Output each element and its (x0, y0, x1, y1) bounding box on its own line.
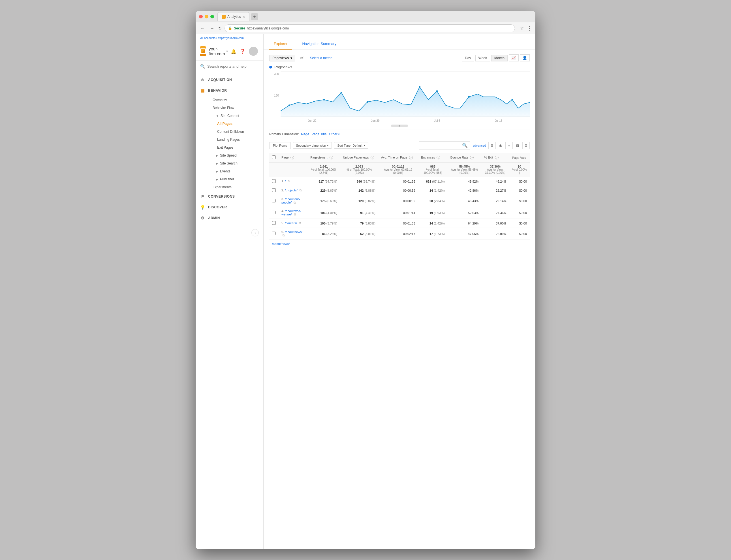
sidebar-item-overview[interactable]: Overview (208, 96, 263, 104)
row-checkbox[interactable] (272, 211, 276, 214)
row-checkbox[interactable] (272, 179, 276, 183)
row-checkbox[interactable] (272, 232, 276, 235)
row-checkbox[interactable] (272, 221, 276, 225)
plot-rows-button[interactable]: Plot Rows (269, 142, 291, 149)
pageviews-help-icon[interactable]: ? (330, 156, 333, 159)
tab-explorer[interactable]: Explorer (269, 39, 292, 50)
new-tab-button[interactable]: + (251, 13, 258, 20)
help-icon[interactable]: ❓ (240, 49, 245, 54)
custom-view-button[interactable]: ⊠ (522, 142, 530, 149)
entrances-help-icon[interactable]: ? (437, 156, 440, 159)
dimension-other[interactable]: Other ▾ (329, 132, 340, 136)
sidebar-item-content-drilldown[interactable]: Content Drilldown (208, 128, 263, 136)
sidebar-item-exit-pages[interactable]: Exit Pages (208, 144, 263, 151)
dimension-page[interactable]: Page (301, 132, 309, 136)
sidebar-collapse-button[interactable]: ‹ (251, 229, 259, 236)
browser-tab[interactable]: Analytics ✕ (217, 12, 249, 21)
maximize-button[interactable] (210, 15, 214, 18)
reload-button[interactable]: ↻ (218, 26, 222, 31)
pageviews-sort-icon[interactable]: ↓ (326, 156, 328, 159)
row-page-link[interactable]: / (285, 179, 286, 183)
sidebar-item-experiments[interactable]: Experiments (208, 183, 263, 191)
sidebar-item-acquisition[interactable]: ⚛ ACQUISITION (196, 74, 263, 85)
chart-scroll-indicator[interactable]: ▼ (398, 124, 401, 127)
row-page-link[interactable]: /projects/ (285, 189, 298, 192)
back-button[interactable]: ← (199, 25, 206, 32)
time-btn-month[interactable]: Month (491, 55, 508, 61)
row-checkbox[interactable] (272, 188, 276, 192)
sidebar-item-site-search[interactable]: ▶ Site Search (208, 159, 263, 167)
table-search-input[interactable] (421, 144, 461, 147)
sidebar-item-conversions[interactable]: ⚑ CONVERSIONS (196, 191, 263, 202)
site-dropdown-arrow[interactable]: ▾ (226, 49, 228, 53)
notification-icon[interactable]: 🔔 (231, 49, 236, 54)
avg-time-help-icon[interactable]: ? (409, 156, 413, 159)
svg-point-5 (341, 92, 342, 93)
select-all-checkbox[interactable] (272, 155, 276, 159)
unique-pv-help-icon[interactable]: ? (371, 156, 374, 159)
page-link-icon[interactable]: ⧉ (294, 213, 296, 216)
tab-close-button[interactable]: ✕ (243, 15, 245, 19)
page-help-icon[interactable]: ? (290, 156, 294, 159)
advanced-link[interactable]: advanced (473, 144, 486, 147)
row-checkbox[interactable] (272, 199, 276, 202)
row-number: 2. (281, 189, 284, 192)
dimension-page-title[interactable]: Page Title (311, 132, 326, 136)
page-link-icon[interactable]: ⧉ (299, 221, 301, 225)
sidebar-item-behavior[interactable]: ▦ BEHAVIOR (196, 85, 263, 96)
last-row-link[interactable]: /about/news/ (272, 242, 290, 245)
site-content-arrow: ▼ (216, 114, 219, 117)
page-link-icon[interactable]: ⧉ (283, 234, 285, 237)
page-link-icon[interactable]: ⧉ (300, 189, 302, 192)
sidebar-item-site-content[interactable]: ▼ Site Content (208, 112, 263, 120)
sidebar-item-site-speed[interactable]: ▶ Site Speed (208, 151, 263, 159)
header-page: Page ? (279, 153, 307, 162)
bookmark-button[interactable]: ☆ (520, 25, 524, 31)
pivot-view-button[interactable]: ⊟ (514, 142, 521, 149)
page-link-icon[interactable]: ⧉ (294, 201, 296, 204)
tab-bar: Analytics ✕ + (217, 12, 532, 21)
breadcrumb-site[interactable]: https://your-firm.com (218, 37, 244, 40)
chart-area (281, 71, 530, 117)
group-chart-button[interactable]: 👤 (520, 54, 530, 61)
close-button[interactable] (199, 15, 203, 18)
sidebar-item-behavior-flow[interactable]: Behavior Flow (208, 104, 263, 112)
time-btn-week[interactable]: Week (475, 55, 490, 61)
sidebar-item-events[interactable]: ▶ Events (208, 167, 263, 175)
row-page-link[interactable]: /about/our-people/ (281, 197, 300, 204)
breadcrumb-all-accounts[interactable]: All accounts (200, 37, 215, 40)
tab-navigation-summary[interactable]: Navigation Summary (298, 39, 341, 50)
nav-section: ⚛ ACQUISITION ▦ BEHAVIOR Overview Behavi… (196, 72, 263, 226)
table-row: 3. /about/our-people/ ⧉ 175 (6.63%) 120 … (269, 195, 530, 207)
line-chart-button[interactable]: 📈 (509, 54, 519, 61)
sidebar-item-landing-pages[interactable]: Landing Pages (208, 136, 263, 144)
sidebar-item-all-pages[interactable]: All Pages (208, 120, 263, 128)
sidebar-item-discover[interactable]: 💡 DISCOVER (196, 202, 263, 213)
select-metric-link[interactable]: Select a metric (310, 56, 332, 60)
exit-help-icon[interactable]: ? (495, 156, 499, 159)
time-btn-day[interactable]: Day (462, 55, 474, 61)
url-bar[interactable]: 🔒 Secure https://analytics.google.com (225, 24, 515, 32)
sort-type-dropdown[interactable]: Sort Type: Default ▾ (334, 142, 368, 149)
x-label-jun29: Jun 29 (371, 119, 380, 122)
bar-view-button[interactable]: ≡ (505, 142, 513, 149)
user-avatar[interactable] (249, 47, 258, 56)
svg-point-6 (367, 101, 368, 103)
sidebar-item-publisher[interactable]: ▶ Publisher (208, 175, 263, 183)
pie-view-button[interactable]: ◉ (497, 142, 504, 149)
metric-selector[interactable]: Pageviews ▾ (269, 55, 295, 61)
page-link-icon[interactable]: ⧉ (288, 179, 290, 183)
secondary-dimension-dropdown[interactable]: Secondary dimension ▾ (293, 142, 332, 149)
table-search-icon[interactable]: 🔍 (462, 143, 468, 148)
minimize-button[interactable] (205, 15, 208, 18)
row-page-link[interactable]: /about/news/ (285, 230, 302, 234)
row-page-link[interactable]: /about/who-we-are/ (281, 209, 301, 216)
row-page-link[interactable]: /careers/ (285, 221, 297, 225)
grid-view-button[interactable]: ⊞ (488, 142, 496, 149)
bounce-help-icon[interactable]: ? (470, 156, 474, 159)
sidebar-item-admin[interactable]: ⚙ ADMIN (196, 213, 263, 223)
more-options-button[interactable]: ⋮ (527, 25, 532, 31)
search-input[interactable] (207, 64, 259, 69)
data-table: Page ? Pageviews ↓ ? Unique Pageviews (269, 153, 530, 248)
forward-button[interactable]: → (209, 25, 215, 32)
